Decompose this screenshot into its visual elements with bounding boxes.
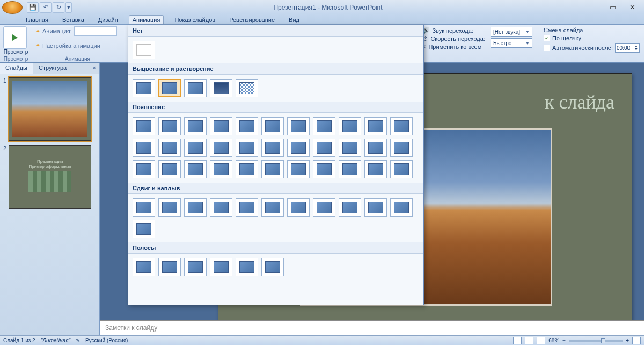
transition-item[interactable] xyxy=(184,160,207,178)
transition-item[interactable] xyxy=(210,258,232,276)
transition-item[interactable] xyxy=(158,139,181,157)
tab-view[interactable]: Вид xyxy=(286,16,303,24)
transition-item[interactable] xyxy=(184,198,207,217)
transition-item[interactable] xyxy=(236,160,258,178)
transition-item[interactable] xyxy=(339,160,361,178)
preview-button[interactable] xyxy=(3,26,27,49)
view-normal-button[interactable] xyxy=(513,337,522,344)
slide-thumbnail-2[interactable]: 2 Презентация Пример оформления xyxy=(3,145,96,209)
slides-tab[interactable]: Слайды xyxy=(0,63,33,74)
transition-item[interactable] xyxy=(236,258,258,276)
maximize-button[interactable]: ▭ xyxy=(603,2,623,13)
transition-item[interactable] xyxy=(339,139,361,157)
transition-item[interactable] xyxy=(313,160,335,178)
transition-item[interactable] xyxy=(133,117,155,135)
undo-icon[interactable]: ↶ xyxy=(40,2,52,13)
transition-item[interactable] xyxy=(261,198,284,217)
transition-item[interactable] xyxy=(133,79,155,97)
status-language[interactable]: Русский (Россия) xyxy=(85,337,128,343)
transition-item[interactable] xyxy=(158,117,181,135)
transition-gallery-dropdown[interactable]: Нет Выцветание и растворение Появление С… xyxy=(128,25,424,305)
transition-item[interactable] xyxy=(210,117,232,135)
sound-dropdown[interactable]: [Нет звука]▼ xyxy=(491,27,532,37)
transition-item[interactable] xyxy=(261,139,284,157)
transition-item[interactable] xyxy=(390,198,413,217)
transition-item[interactable] xyxy=(210,198,232,217)
transition-item[interactable] xyxy=(210,79,232,97)
transition-item[interactable] xyxy=(339,117,361,135)
transition-item[interactable] xyxy=(313,139,335,157)
tab-home[interactable]: Главная xyxy=(23,16,52,24)
transition-none[interactable] xyxy=(133,41,155,59)
transition-item[interactable] xyxy=(364,198,387,217)
slide-title-placeholder[interactable]: к слайда xyxy=(545,91,614,113)
transition-item[interactable] xyxy=(158,160,181,178)
transition-item[interactable] xyxy=(261,117,284,135)
save-icon[interactable]: 💾 xyxy=(27,2,39,13)
zoom-slider[interactable] xyxy=(569,340,623,342)
speed-dropdown[interactable]: Быстро▼ xyxy=(491,38,532,48)
transition-item[interactable] xyxy=(236,79,258,97)
on-click-checkbox[interactable]: ✓По щелчку xyxy=(544,35,640,41)
transition-item[interactable] xyxy=(390,139,413,157)
transition-item[interactable] xyxy=(313,198,335,217)
pane-close-icon[interactable]: × xyxy=(90,63,99,74)
transition-item[interactable] xyxy=(287,160,310,178)
outline-tab[interactable]: Структура xyxy=(33,63,72,74)
close-button[interactable]: ✕ xyxy=(623,2,642,13)
zoom-in-button[interactable]: + xyxy=(626,337,629,343)
transition-item[interactable] xyxy=(390,160,413,178)
transition-item[interactable] xyxy=(184,139,207,157)
transition-item[interactable] xyxy=(339,198,361,217)
transition-item[interactable] xyxy=(184,79,207,97)
transition-item[interactable] xyxy=(133,258,155,276)
slide-thumbnail-1[interactable]: 1 xyxy=(3,77,96,141)
office-button[interactable] xyxy=(2,1,23,14)
tab-animation[interactable]: Анимация xyxy=(129,15,164,24)
view-sorter-button[interactable] xyxy=(525,337,533,344)
transition-item[interactable] xyxy=(158,258,181,276)
thumb-number: 2 xyxy=(3,145,6,209)
play-icon xyxy=(12,34,18,41)
transition-item[interactable] xyxy=(390,117,413,135)
minimize-button[interactable]: — xyxy=(584,2,603,13)
transition-item-selected[interactable] xyxy=(158,79,181,97)
view-slideshow-button[interactable] xyxy=(537,337,545,344)
transition-item[interactable] xyxy=(133,139,155,157)
tab-design[interactable]: Дизайн xyxy=(95,16,121,24)
animation-dropdown[interactable] xyxy=(74,26,117,36)
transition-item[interactable] xyxy=(184,117,207,135)
notes-pane[interactable]: Заметки к слайду xyxy=(100,320,644,335)
zoom-out-button[interactable]: − xyxy=(562,337,566,343)
fit-window-button[interactable] xyxy=(632,337,641,344)
spell-icon[interactable]: ✎ xyxy=(76,337,80,343)
tab-insert[interactable]: Вставка xyxy=(59,16,87,24)
transition-item[interactable] xyxy=(287,139,310,157)
transition-item[interactable] xyxy=(158,198,181,217)
transition-item[interactable] xyxy=(261,160,284,178)
qat-customize-icon[interactable]: ▾ xyxy=(65,2,72,13)
transition-item[interactable] xyxy=(133,198,155,217)
transition-item[interactable] xyxy=(184,258,207,276)
auto-after-checkbox[interactable]: Автоматически после: 00:00▲▼ xyxy=(544,43,640,53)
transition-item[interactable] xyxy=(236,139,258,157)
transition-item[interactable] xyxy=(364,139,387,157)
transition-item[interactable] xyxy=(287,198,310,217)
custom-anim-row[interactable]: ✦ Настройка анимации xyxy=(35,42,120,49)
transition-item[interactable] xyxy=(313,117,335,135)
transition-item[interactable] xyxy=(236,198,258,217)
transition-item[interactable] xyxy=(133,160,155,178)
redo-icon[interactable]: ↻ xyxy=(53,2,64,13)
transition-item[interactable] xyxy=(261,258,284,276)
transition-item[interactable] xyxy=(287,117,310,135)
apply-all-button[interactable]: ⎘Применить ко всем xyxy=(422,44,485,50)
transition-item[interactable] xyxy=(364,117,387,135)
transition-item[interactable] xyxy=(236,117,258,135)
transition-item[interactable] xyxy=(364,160,387,178)
auto-time-spinner[interactable]: 00:00▲▼ xyxy=(615,43,640,53)
tab-slideshow[interactable]: Показ слайдов xyxy=(171,16,218,24)
transition-item[interactable] xyxy=(210,160,232,178)
tab-review[interactable]: Рецензирование xyxy=(226,16,278,24)
transition-item[interactable] xyxy=(133,220,155,238)
transition-item[interactable] xyxy=(210,139,232,157)
